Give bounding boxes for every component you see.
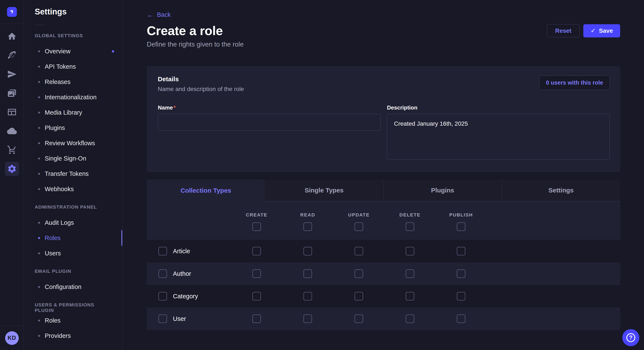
bullet-icon <box>38 173 40 175</box>
sidebar-item-transfer-tokens[interactable]: Transfer Tokens <box>35 166 114 181</box>
article-create-checkbox[interactable] <box>252 247 261 255</box>
cloud-icon[interactable] <box>0 121 24 140</box>
sidebar-item-webhooks[interactable]: Webhooks <box>35 181 114 197</box>
back-arrow-icon: ← <box>147 11 154 18</box>
row-user-checkbox[interactable] <box>158 315 167 323</box>
help-button[interactable]: ? <box>622 329 639 346</box>
feather-icon[interactable] <box>0 46 24 65</box>
details-subtitle: Name and description of the role <box>158 86 244 93</box>
main-content: ← Back Create a role Reset ✓ Save Define… <box>122 0 644 350</box>
page-title: Create a role <box>147 23 223 38</box>
save-button[interactable]: ✓ Save <box>583 24 620 37</box>
select-all-delete-checkbox[interactable] <box>406 222 414 231</box>
tab-plugins[interactable]: Plugins <box>383 179 502 201</box>
help-question-icon: ? <box>626 333 635 342</box>
sidebar-item-review-workflows[interactable]: Review Workflows <box>35 136 114 151</box>
user-publish-checkbox[interactable] <box>457 315 465 323</box>
category-publish-checkbox[interactable] <box>457 292 465 301</box>
sidebar-item-configuration[interactable]: Configuration <box>35 279 114 295</box>
author-update-checkbox[interactable] <box>354 269 363 278</box>
page-subtitle: Define the rights given to the role <box>147 41 620 48</box>
category-update-checkbox[interactable] <box>354 292 363 301</box>
column-header-create: CREATE <box>246 212 268 218</box>
sidebar-item-up-roles[interactable]: Roles <box>35 313 114 328</box>
article-delete-checkbox[interactable] <box>406 247 414 255</box>
row-category-checkbox[interactable] <box>158 292 167 301</box>
sidebar-item-plugins[interactable]: Plugins <box>35 120 114 136</box>
tab-single-types[interactable]: Single Types <box>265 179 383 201</box>
nav-section-email-plugin: EMAIL PLUGIN Configuration <box>35 269 114 295</box>
layout-icon[interactable] <box>0 103 24 121</box>
home-icon[interactable] <box>0 27 24 46</box>
user-update-checkbox[interactable] <box>354 315 363 323</box>
back-label: Back <box>157 11 170 18</box>
nav-section-header: GLOBAL SETTINGS <box>35 33 114 38</box>
notification-dot <box>112 50 114 52</box>
header-actions: Reset ✓ Save <box>547 24 620 37</box>
author-delete-checkbox[interactable] <box>406 269 414 278</box>
strapi-logo[interactable] <box>7 7 17 17</box>
row-article-checkbox[interactable] <box>158 247 167 255</box>
category-delete-checkbox[interactable] <box>406 292 414 301</box>
sidebar-item-overview[interactable]: Overview <box>35 44 114 59</box>
nav-title: Settings <box>35 7 114 16</box>
reset-button[interactable]: Reset <box>547 24 580 37</box>
rail-footer: KD <box>0 326 24 350</box>
select-all-publish-checkbox[interactable] <box>457 222 465 231</box>
sidebar-item-users[interactable]: Users <box>35 246 114 261</box>
required-asterisk: * <box>174 104 176 111</box>
description-label: Description <box>387 104 610 111</box>
author-read-checkbox[interactable] <box>304 269 312 278</box>
description-textarea[interactable]: Created January 16th, 2025 <box>387 114 610 160</box>
author-publish-checkbox[interactable] <box>457 269 465 278</box>
logo-area <box>0 0 24 24</box>
rail-icon-list <box>0 24 24 326</box>
sidebar-item-single-sign-on[interactable]: Single Sign-On <box>35 151 114 166</box>
check-icon: ✓ <box>590 27 596 34</box>
article-publish-checkbox[interactable] <box>457 247 465 255</box>
permissions-header-row: CREATE READ UPDATE DELETE <box>147 201 620 240</box>
sidebar-item-media-library[interactable]: Media Library <box>35 105 114 120</box>
shopping-cart-icon[interactable] <box>0 140 24 159</box>
avatar[interactable]: KD <box>5 331 19 345</box>
sidebar-item-roles[interactable]: Roles <box>35 230 114 246</box>
column-header-delete: DELETE <box>400 212 420 218</box>
icon-rail: KD <box>0 0 24 350</box>
paper-plane-icon[interactable] <box>0 65 24 84</box>
row-label: Article <box>173 248 190 255</box>
article-read-checkbox[interactable] <box>304 247 312 255</box>
table-row-user: User <box>147 308 620 330</box>
article-update-checkbox[interactable] <box>354 247 363 255</box>
gear-icon[interactable] <box>0 159 24 178</box>
select-all-read-checkbox[interactable] <box>304 222 312 231</box>
category-create-checkbox[interactable] <box>252 292 261 301</box>
save-label: Save <box>599 27 613 34</box>
users-with-role-button[interactable]: 0 users with this role <box>539 75 610 90</box>
bullet-icon <box>38 286 40 288</box>
select-all-create-checkbox[interactable] <box>252 222 261 231</box>
row-author-checkbox[interactable] <box>158 269 167 278</box>
sidebar-item-audit-logs[interactable]: Audit Logs <box>35 215 114 230</box>
bullet-icon <box>38 96 40 98</box>
select-all-update-checkbox[interactable] <box>354 222 363 231</box>
bullet-icon <box>38 320 40 322</box>
sidebar-item-providers[interactable]: Providers <box>35 328 114 344</box>
author-create-checkbox[interactable] <box>252 269 261 278</box>
table-row-article: Article <box>147 240 620 262</box>
user-read-checkbox[interactable] <box>304 315 312 323</box>
nav-section-header: EMAIL PLUGIN <box>35 269 114 273</box>
bullet-icon <box>38 188 40 190</box>
sidebar-item-releases[interactable]: Releases <box>35 74 114 90</box>
back-link[interactable]: ← Back <box>147 11 170 18</box>
tab-bar: Collection Types Single Types Plugins Se… <box>147 179 620 201</box>
category-read-checkbox[interactable] <box>304 292 312 301</box>
tab-settings[interactable]: Settings <box>502 179 620 201</box>
user-create-checkbox[interactable] <box>252 315 261 323</box>
user-delete-checkbox[interactable] <box>406 315 414 323</box>
sidebar-item-api-tokens[interactable]: API Tokens <box>35 59 114 74</box>
permissions-table: CREATE READ UPDATE DELETE <box>147 201 620 330</box>
images-icon[interactable] <box>0 84 24 103</box>
name-input[interactable] <box>158 114 380 131</box>
tab-collection-types[interactable]: Collection Types <box>147 179 265 201</box>
sidebar-item-internationalization[interactable]: Internationalization <box>35 90 114 105</box>
